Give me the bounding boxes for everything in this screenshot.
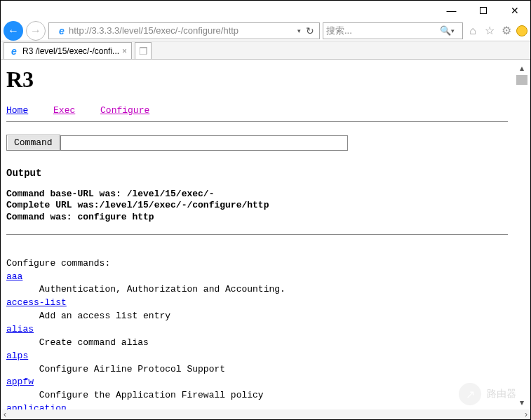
cmd-link-access-list[interactable]: access-list [6, 297, 67, 308]
output-block: Command base-URL was: /level/15/exec/- C… [6, 189, 508, 223]
cmd-link-alps[interactable]: alps [6, 351, 28, 361]
page-nav-links: Home Exec Configure [6, 105, 508, 116]
horizontal-scrollbar[interactable]: ‹ › [1, 409, 530, 419]
browser-navbar: ← → e http://3.3.3.3/level/15/exec/-/con… [1, 20, 530, 41]
cmd-link-application[interactable]: application [6, 403, 67, 409]
commands-section: Configure commands: aaa Authentication, … [6, 257, 508, 409]
window-titlebar: — ✕ [1, 1, 530, 20]
vertical-scrollbar[interactable]: ▴ ▾ [513, 61, 530, 409]
scroll-up-icon[interactable]: ▴ [516, 62, 527, 74]
divider-2 [6, 234, 508, 235]
link-home[interactable]: Home [6, 105, 28, 116]
window-maximize-button[interactable] [467, 1, 499, 20]
watermark-icon: ↗ [459, 383, 481, 405]
url-text: http://3.3.3.3/level/15/exec/-/configure… [69, 25, 294, 36]
tab-bar: e R3 /level/15/exec/-/confi... × ❐ [1, 41, 530, 60]
tab-close-icon[interactable]: × [122, 46, 127, 56]
command-button[interactable]: Command [6, 135, 60, 151]
cmd-link-alias[interactable]: alias [6, 324, 34, 334]
scroll-track[interactable] [516, 85, 527, 397]
nav-forward-button[interactable]: → [26, 21, 46, 41]
page-title: R3 [6, 67, 508, 93]
content-viewport: R3 Home Exec Configure Command Output Co… [1, 61, 530, 409]
url-dropdown-icon[interactable]: ▾ [294, 27, 304, 34]
nav-back-button[interactable]: ← [4, 21, 23, 41]
window-close-button[interactable]: ✕ [499, 1, 530, 20]
window-minimize-button[interactable]: — [436, 1, 467, 20]
search-bar[interactable]: 搜索... 🔍 ▾ [323, 22, 463, 39]
search-icon[interactable]: 🔍 [440, 25, 451, 36]
output-header: Output [6, 168, 508, 179]
feedback-smiley-icon[interactable] [516, 25, 527, 36]
tab-favicon: e [8, 46, 20, 57]
scroll-thumb[interactable] [516, 75, 527, 85]
scroll-right-icon[interactable]: › [525, 409, 527, 419]
command-input[interactable] [60, 135, 348, 151]
scroll-left-icon[interactable]: ‹ [4, 409, 6, 419]
link-exec[interactable]: Exec [53, 105, 75, 116]
command-row: Command [6, 135, 508, 151]
cmd-link-appfw[interactable]: appfw [6, 377, 34, 387]
search-placeholder: 搜索... [326, 25, 440, 37]
tab-active[interactable]: e R3 /level/15/exec/-/confi... × [4, 42, 132, 59]
settings-gear-icon[interactable]: ⚙ [499, 24, 513, 38]
divider [6, 121, 508, 122]
link-configure[interactable]: Configure [100, 105, 149, 116]
ie-logo-icon: e [56, 25, 67, 36]
home-icon[interactable]: ⌂ [466, 24, 480, 38]
favorites-icon[interactable]: ☆ [483, 24, 497, 38]
new-tab-button[interactable]: ❐ [135, 42, 152, 59]
refresh-icon[interactable]: ↻ [304, 25, 316, 36]
watermark-text: 路由器 [487, 388, 516, 400]
scroll-down-icon[interactable]: ▾ [516, 397, 527, 408]
watermark: ↗ 路由器 [459, 383, 516, 405]
page-content: R3 Home Exec Configure Command Output Co… [1, 61, 513, 409]
address-bar[interactable]: e http://3.3.3.3/level/15/exec/-/configu… [48, 22, 320, 39]
new-tab-icon: ❐ [139, 46, 148, 57]
cmd-link-aaa[interactable]: aaa [6, 271, 22, 282]
tab-title: R3 /level/15/exec/-/confi... [22, 46, 119, 56]
search-dropdown-icon[interactable]: ▾ [451, 27, 459, 34]
